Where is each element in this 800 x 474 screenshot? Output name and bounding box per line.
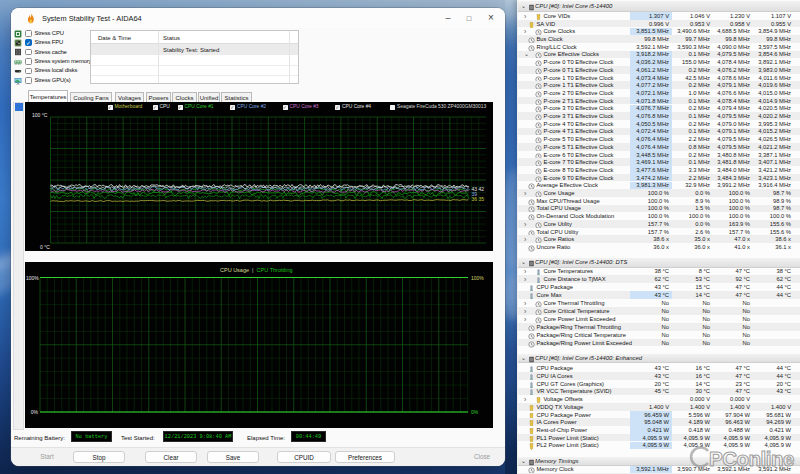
svg-text:36 35: 36 35 xyxy=(472,196,485,202)
svg-text:PConline: PConline xyxy=(709,447,794,470)
